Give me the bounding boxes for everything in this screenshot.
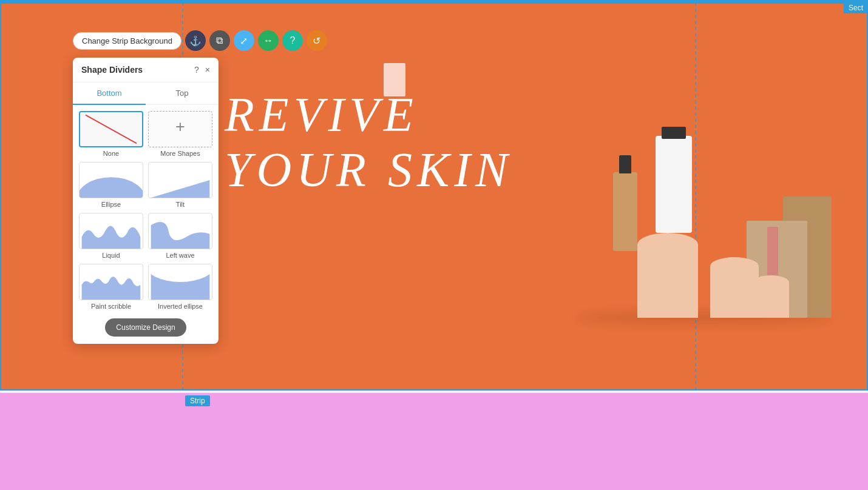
shape-liquid[interactable]: Liquid [79, 213, 143, 259]
shape-preview-more: + [148, 111, 212, 147]
cylinder-small [753, 275, 789, 318]
shape-paint-scribble[interactable]: Paint scribble [79, 264, 143, 310]
resize-icon: ⤢ [240, 35, 248, 47]
shape-label-left-wave: Left wave [166, 252, 194, 259]
help-button[interactable]: ? [282, 30, 303, 51]
shape-ellipse[interactable]: Ellipse [79, 162, 143, 208]
shape-preview-tilt [148, 162, 212, 198]
shape-preview-left-wave [148, 213, 212, 249]
link-button[interactable]: ↔ [258, 30, 279, 51]
toolbar: Change Strip Background ⚓ ⧉ ⤢ ↔ ? ↺ [73, 30, 327, 51]
panel-header: Shape Dividers ? × [73, 58, 219, 82]
shape-label-none: None [103, 150, 119, 157]
shape-label-more: More Shapes [160, 150, 200, 157]
shape-preview-none [79, 111, 143, 147]
lipstick [767, 227, 778, 275]
hero-line1: REVIVE [225, 87, 512, 143]
shape-left-wave[interactable]: Left wave [148, 213, 212, 259]
shape-dividers-panel: Shape Dividers ? × Bottom Top None [73, 58, 219, 344]
shape-preview-paint-scribble [79, 264, 143, 300]
refresh-button[interactable]: ↺ [307, 30, 327, 51]
shape-preview-ellipse [79, 162, 143, 198]
anchor-button[interactable]: ⚓ [185, 30, 206, 51]
shape-tilt[interactable]: Tilt [148, 162, 212, 208]
dropper-top [619, 155, 631, 173]
hero-line2: YOUR SKIN [225, 143, 512, 198]
right-boundary-line [695, 2, 696, 391]
panel-help-icon[interactable]: ? [194, 65, 199, 75]
svg-line-0 [86, 115, 137, 144]
panel-close-icon[interactable]: × [205, 65, 210, 75]
shape-more[interactable]: + More Shapes [148, 111, 212, 157]
panel-header-icons: ? × [194, 65, 210, 75]
pink-section [0, 393, 868, 490]
shape-label-inverted-ellipse: Inverted ellipse [158, 303, 203, 310]
shape-label-tilt: Tilt [176, 201, 185, 208]
shape-preview-liquid [79, 213, 143, 249]
tab-top[interactable]: Top [146, 82, 219, 104]
pump-bottle [656, 136, 692, 233]
refresh-icon: ↺ [313, 35, 320, 47]
cylinder-medium [710, 257, 759, 318]
copy-icon: ⧉ [216, 35, 223, 46]
dropper-label [384, 63, 405, 96]
shape-label-liquid: Liquid [102, 252, 120, 259]
svg-text:+: + [175, 118, 185, 136]
shape-preview-inverted-ellipse [148, 264, 212, 300]
dropper-bottle [613, 172, 637, 251]
anchor-icon: ⚓ [189, 35, 202, 47]
link-icon: ↔ [263, 35, 273, 46]
hero-text: REVIVE YOUR SKIN [225, 87, 512, 198]
section-label: Sect [844, 2, 868, 13]
svg-marker-3 [151, 180, 210, 198]
shape-label-ellipse: Ellipse [101, 201, 121, 208]
strip-label: Strip [185, 395, 210, 406]
change-background-button[interactable]: Change Strip Background [73, 32, 181, 50]
panel-tabs: Bottom Top [73, 82, 219, 105]
pump-head [662, 127, 686, 139]
panel-title: Shape Dividers [81, 65, 143, 75]
resize-button[interactable]: ⤢ [234, 30, 254, 51]
shape-inverted-ellipse[interactable]: Inverted ellipse [148, 264, 212, 310]
svg-point-2 [80, 177, 143, 198]
customize-design-button[interactable]: Customize Design [105, 318, 186, 337]
copy-button[interactable]: ⧉ [209, 30, 230, 51]
tab-bottom[interactable]: Bottom [73, 82, 146, 105]
shape-none[interactable]: None [79, 111, 143, 157]
shape-grid: None + More Shapes Ellipse [73, 105, 219, 316]
help-icon: ? [290, 35, 295, 46]
cylinder-large [637, 233, 698, 318]
shape-label-paint-scribble: Paint scribble [91, 303, 131, 310]
top-border [0, 0, 868, 2]
